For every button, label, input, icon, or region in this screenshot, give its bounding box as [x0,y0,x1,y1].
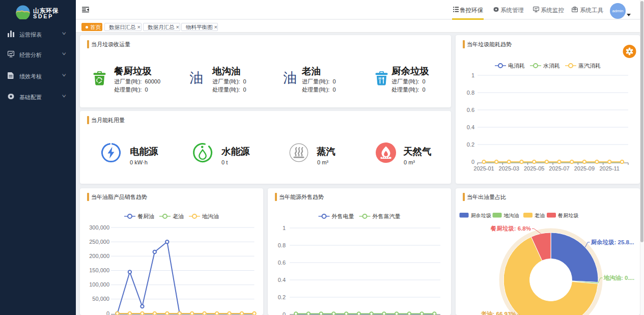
svg-text:0.2: 0.2 [467,141,474,148]
svg-text:电消耗: 电消耗 [508,63,525,69]
svg-text:2025-09: 2025-09 [574,165,595,171]
svg-text:地沟油: 地沟油 [503,213,519,218]
svg-text:餐厨垃圾: 6.8%: 餐厨垃圾: 6.8% [490,225,531,232]
svg-text:厨余垃圾: 厨余垃圾 [471,213,492,218]
svg-text:0: 0 [283,311,286,315]
svg-text:100,000: 100,000 [89,281,109,288]
svg-text:250,000: 250,000 [89,239,109,245]
svg-text:外售蒸汽量: 外售蒸汽量 [373,213,401,219]
svg-text:150,000: 150,000 [89,267,109,273]
svg-text:2025-01: 2025-01 [473,165,494,171]
svg-text:2025-07: 2025-07 [549,165,569,171]
svg-text:外售电量: 外售电量 [332,213,354,219]
svg-text:2025-05: 2025-05 [524,165,544,171]
svg-text:0: 0 [106,310,109,315]
svg-text:200,000: 200,000 [89,253,109,259]
svg-text:蒸汽消耗: 蒸汽消耗 [578,63,601,69]
svg-text:2025-03: 2025-03 [499,165,519,171]
svg-text:地沟油: 地沟油 [202,213,219,219]
svg-text:0.6: 0.6 [467,107,474,113]
svg-text:地沟油: 0....: 地沟油: 0.... [603,275,635,281]
svg-text:老油: 66.93%: 老油: 66.93% [480,311,516,315]
svg-text:0.6: 0.6 [278,260,286,266]
svg-text:老油: 老油 [173,213,184,219]
svg-text:厨余垃圾: 25.8...: 厨余垃圾: 25.8... [591,239,634,245]
svg-text:2025-11: 2025-11 [599,165,620,171]
svg-text:0.8: 0.8 [278,242,286,248]
svg-text:0: 0 [471,159,474,165]
svg-text:300,000: 300,000 [89,224,109,231]
svg-text:0.4: 0.4 [278,277,286,283]
svg-text:0.4: 0.4 [467,124,474,130]
svg-text:餐厨油: 餐厨油 [137,213,154,219]
svg-text:0.8: 0.8 [467,90,474,96]
svg-text:1: 1 [283,225,286,231]
svg-text:50,000: 50,000 [92,296,109,302]
svg-text:水消耗: 水消耗 [543,63,560,69]
svg-text:0.2: 0.2 [278,294,286,300]
svg-text:餐厨垃圾: 餐厨垃圾 [558,213,579,218]
svg-text:1: 1 [471,72,474,78]
svg-text:老油: 老油 [535,213,545,218]
